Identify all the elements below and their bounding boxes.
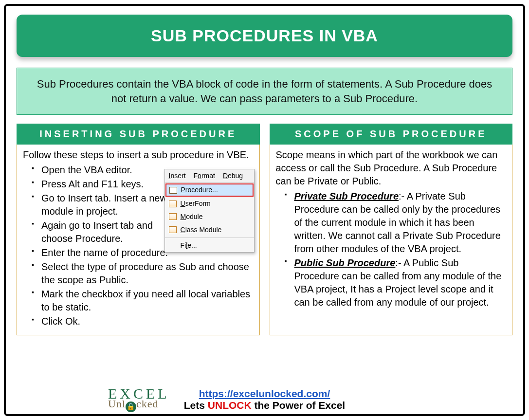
menu-item-module[interactable]: Module bbox=[165, 210, 254, 223]
left-lead: Follow these steps to insert a sub proce… bbox=[23, 148, 254, 162]
columns: INSERTING SUB PROCEDURE Follow these ste… bbox=[17, 124, 512, 335]
unlock-word: UNLOCK bbox=[208, 400, 252, 411]
step-item: Open the VBA editor. bbox=[35, 164, 176, 177]
class-module-icon bbox=[169, 226, 177, 233]
left-column: INSERTING SUB PROCEDURE Follow these ste… bbox=[17, 124, 260, 335]
scope-private: Private Sub Procedure:- A Private Sub Pr… bbox=[288, 190, 507, 256]
vbe-insert-menu: IInsertnsert Format Debug Procedure... U… bbox=[164, 169, 255, 252]
scope-list: Private Sub Procedure:- A Private Sub Pr… bbox=[276, 190, 507, 309]
intro-text: Sub Procedures contain the VBA block of … bbox=[17, 68, 512, 115]
step-item: Select the type of procedure as Sub and … bbox=[35, 260, 254, 287]
private-label: Private Sub Procedure bbox=[294, 191, 399, 201]
step-item: Mark the checkbox if you need all local … bbox=[35, 288, 254, 314]
footer: https://excelunlocked.com/ Lets UNLOCK t… bbox=[6, 388, 523, 411]
step-item: Again go to Insert tab and choose Proced… bbox=[35, 219, 176, 245]
module-icon bbox=[169, 213, 177, 220]
menu-item-class-module[interactable]: Class Module bbox=[165, 223, 254, 237]
page-title: SUB PROCEDURES IN VBA bbox=[17, 15, 512, 57]
left-body: Follow these steps to insert a sub proce… bbox=[17, 145, 260, 335]
right-column: SCOPE OF SUB PROCEDURE Scope means in wh… bbox=[270, 124, 513, 335]
menu-item-procedure[interactable]: Procedure... bbox=[165, 183, 254, 197]
right-header: SCOPE OF SUB PROCEDURE bbox=[270, 124, 513, 145]
menu-item-file[interactable]: File... bbox=[165, 239, 254, 252]
footer-link[interactable]: https://excelunlocked.com/ bbox=[199, 388, 330, 399]
scope-public: Public Sub Procedure:- A Public Sub Proc… bbox=[288, 256, 507, 309]
menu-insert[interactable]: IInsertnsert bbox=[165, 169, 190, 183]
left-header: INSERTING SUB PROCEDURE bbox=[17, 124, 260, 145]
tagline: Lets UNLOCK the Power of Excel bbox=[184, 400, 345, 411]
userform-icon bbox=[169, 201, 177, 207]
step-item: Press Alt and F11 keys. bbox=[35, 178, 176, 191]
right-lead: Scope means in which part of the workboo… bbox=[276, 148, 507, 188]
menu-format[interactable]: Format bbox=[190, 169, 219, 183]
menu-bar: IInsertnsert Format Debug bbox=[165, 169, 254, 183]
step-item: Click Ok. bbox=[35, 315, 254, 328]
infographic-card: SUB PROCEDURES IN VBA Sub Procedures con… bbox=[4, 4, 525, 416]
public-label: Public Sub Procedure bbox=[294, 257, 396, 268]
right-body: Scope means in which part of the workboo… bbox=[270, 145, 513, 335]
menu-debug[interactable]: Debug bbox=[219, 169, 247, 183]
step-item: Go to Insert tab. Insert a new module in… bbox=[35, 192, 176, 218]
procedure-icon bbox=[169, 187, 177, 194]
menu-separator bbox=[165, 237, 254, 238]
menu-item-userform[interactable]: UserForm bbox=[165, 197, 254, 210]
